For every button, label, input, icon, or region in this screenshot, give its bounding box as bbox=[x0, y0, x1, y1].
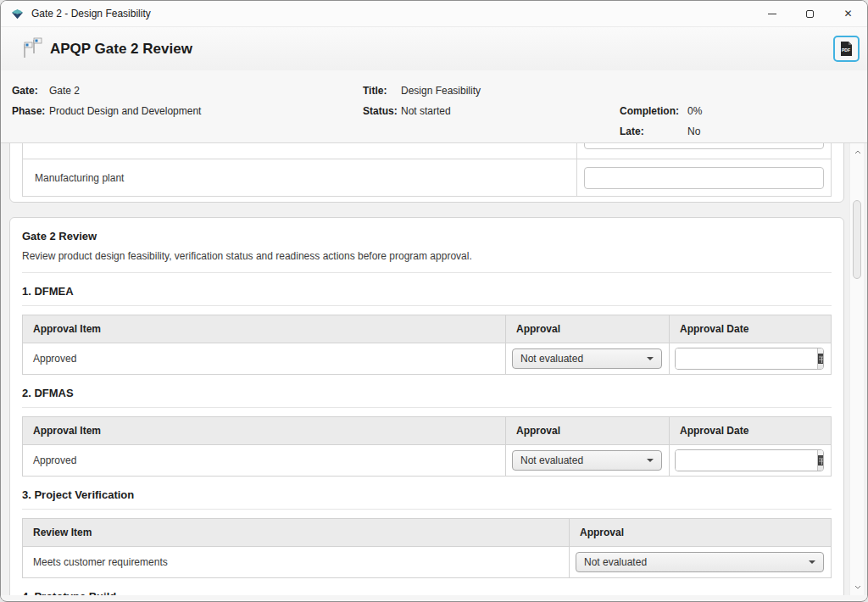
manufacturing-plant-input[interactable] bbox=[584, 167, 824, 189]
scroll-down-button[interactable] bbox=[850, 580, 865, 594]
column-header-approval-item: Approval Item bbox=[23, 315, 506, 343]
table-row: Approved Not evaluated bbox=[23, 445, 831, 476]
window-title: Gate 2 - Design Feasibility bbox=[31, 8, 151, 20]
close-button[interactable]: ✕ bbox=[829, 1, 867, 26]
late-label: Late: bbox=[620, 125, 687, 137]
app-icon bbox=[11, 8, 24, 20]
phase-value: Product Design and Development bbox=[49, 105, 201, 117]
window-controls: ✕ bbox=[753, 1, 867, 26]
approval-item-cell: Approved bbox=[23, 343, 506, 374]
divider bbox=[22, 305, 832, 306]
chevron-down-icon bbox=[647, 357, 654, 360]
column-header-review-item: Review Item bbox=[23, 519, 570, 546]
general-info-card: Client Manufacturing plant bbox=[9, 143, 844, 203]
minimize-icon bbox=[768, 14, 776, 14]
status-label: Status: bbox=[363, 105, 401, 117]
table-row: Approved Not evaluated bbox=[23, 343, 831, 374]
content-scroll-area: Client Manufacturing plant Gate 2 Review… bbox=[1, 143, 867, 595]
app-window: Gate 2 - Design Feasibility ✕ APQP Gate … bbox=[0, 0, 868, 602]
maximize-icon bbox=[806, 10, 814, 18]
gate-info-panel: Gate: Gate 2 Phase: Product Design and D… bbox=[1, 70, 867, 143]
approval-dropdown[interactable]: Not evaluated bbox=[576, 552, 824, 572]
close-icon: ✕ bbox=[843, 8, 852, 19]
page-header: APQP Gate 2 Review PDF bbox=[1, 26, 867, 70]
table-header-row: Approval Item Approval Approval Date bbox=[23, 315, 831, 343]
approval-date-input[interactable] bbox=[676, 450, 817, 471]
scrollbar-thumb[interactable] bbox=[853, 200, 861, 279]
pdf-file-icon: PDF bbox=[839, 41, 854, 57]
table-row: Client bbox=[23, 143, 831, 159]
table-row: Manufacturing plant bbox=[23, 159, 831, 196]
section-heading-dfmas: 2. DFMAS bbox=[22, 387, 832, 399]
column-header-approval-date: Approval Date bbox=[670, 315, 831, 343]
column-header-approval: Approval bbox=[506, 417, 670, 444]
column-header-approval-item: Approval Item bbox=[23, 417, 506, 444]
svg-text:PDF: PDF bbox=[842, 47, 850, 53]
divider bbox=[22, 272, 832, 273]
section-heading-project-verification: 3. Project Verification bbox=[22, 488, 832, 501]
client-input[interactable] bbox=[584, 143, 824, 149]
gate-value: Gate 2 bbox=[49, 85, 80, 97]
approval-dropdown[interactable]: Not evaluated bbox=[512, 348, 662, 369]
column-header-approval-date: Approval Date bbox=[670, 417, 831, 444]
date-picker-button[interactable] bbox=[817, 348, 824, 369]
approval-item-cell: Approved bbox=[23, 445, 506, 476]
review-section-title: Gate 2 Review bbox=[22, 218, 832, 242]
divider bbox=[22, 407, 832, 408]
scroll-up-button[interactable] bbox=[850, 145, 865, 159]
approval-dropdown-value: Not evaluated bbox=[520, 454, 583, 466]
review-item-cell: Meets customer requirements bbox=[23, 547, 570, 577]
milestone-flags-icon bbox=[18, 37, 43, 61]
late-value: No bbox=[687, 125, 700, 137]
approval-date-input[interactable] bbox=[676, 348, 817, 369]
general-fields-table: Client Manufacturing plant bbox=[22, 143, 832, 197]
gate-review-card: Gate 2 Review Review product design feas… bbox=[9, 217, 844, 595]
title-label: Title: bbox=[363, 85, 401, 97]
chevron-down-icon bbox=[809, 560, 815, 564]
column-header-approval: Approval bbox=[570, 519, 831, 546]
approval-dropdown-value: Not evaluated bbox=[520, 353, 583, 365]
calendar-icon bbox=[818, 455, 824, 465]
title-bar: Gate 2 - Design Feasibility ✕ bbox=[1, 1, 867, 26]
minimize-button[interactable] bbox=[753, 1, 791, 26]
chevron-down-icon bbox=[854, 585, 861, 589]
gate-label: Gate: bbox=[12, 85, 49, 97]
chevron-up-icon bbox=[854, 150, 861, 154]
review-description: Review product design feasibility, verif… bbox=[22, 250, 832, 262]
maximize-button[interactable] bbox=[791, 1, 829, 26]
approval-dropdown-value: Not evaluated bbox=[584, 556, 647, 568]
project-verification-table: Review Item Approval Meets customer requ… bbox=[22, 518, 832, 578]
export-pdf-button[interactable]: PDF bbox=[833, 36, 860, 62]
table-header-row: Approval Item Approval Approval Date bbox=[23, 417, 831, 445]
chevron-down-icon bbox=[647, 459, 654, 462]
status-value: Not started bbox=[401, 105, 451, 117]
section-heading-prototype-build: 4. Prototype Build bbox=[22, 590, 832, 595]
divider bbox=[22, 509, 832, 510]
title-value: Design Feasibility bbox=[401, 85, 481, 97]
table-header-row: Review Item Approval bbox=[23, 519, 831, 547]
completion-label: Completion: bbox=[620, 105, 687, 117]
field-label-manufacturing-plant: Manufacturing plant bbox=[23, 172, 576, 184]
window-bottom-edge bbox=[1, 595, 867, 600]
phase-label: Phase: bbox=[12, 105, 49, 117]
section-heading-dfmea: 1. DFMEA bbox=[22, 285, 832, 298]
completion-value: 0% bbox=[687, 105, 702, 117]
approval-dropdown[interactable]: Not evaluated bbox=[512, 450, 662, 471]
table-row: Meets customer requirements Not evaluate… bbox=[23, 547, 831, 577]
column-header-approval: Approval bbox=[506, 315, 670, 343]
vertical-scrollbar[interactable] bbox=[849, 143, 864, 595]
calendar-icon bbox=[818, 354, 824, 364]
date-picker-button[interactable] bbox=[817, 450, 824, 471]
dfmea-table: Approval Item Approval Approval Date App… bbox=[22, 315, 832, 375]
page-title: APQP Gate 2 Review bbox=[50, 41, 192, 58]
dfmas-table: Approval Item Approval Approval Date App… bbox=[22, 416, 832, 477]
